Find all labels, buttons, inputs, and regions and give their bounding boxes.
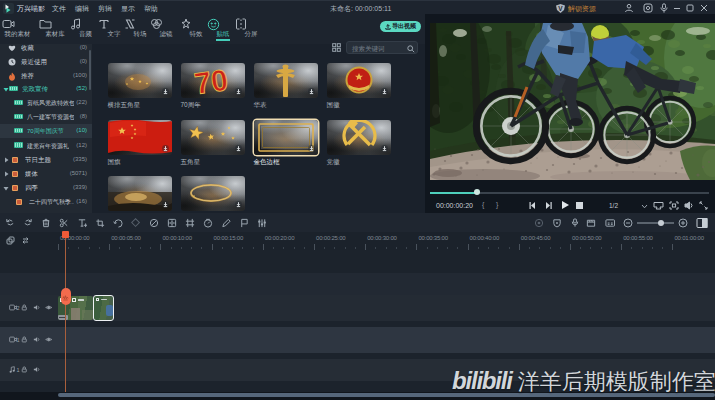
svg-text:70: 70	[192, 63, 230, 99]
svg-text:V: V	[558, 5, 563, 12]
